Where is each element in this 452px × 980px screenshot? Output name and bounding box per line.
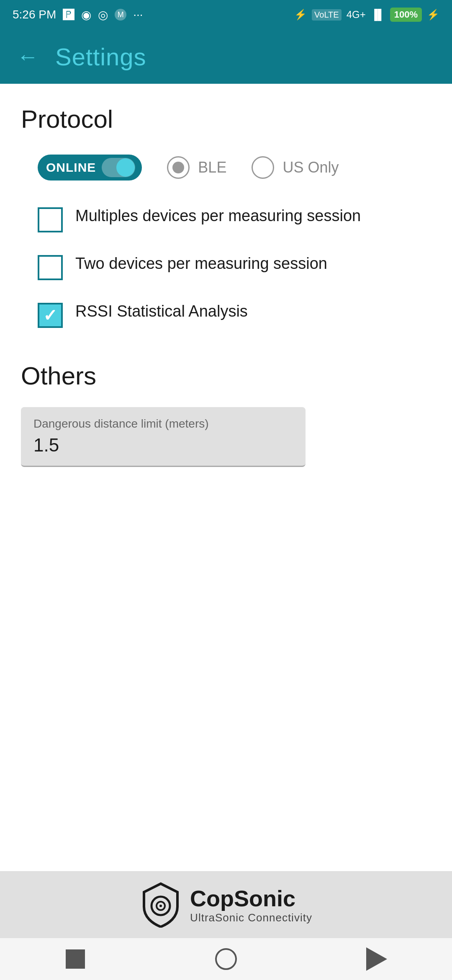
toggle-thumb: [116, 158, 135, 177]
navigation-bar: [0, 938, 452, 980]
bluetooth-icon: ⚡: [294, 9, 307, 21]
square-icon: [66, 949, 85, 969]
footer: CopSonic UltraSonic Connectivity: [0, 871, 452, 938]
rssi-checkmark: ✓: [43, 306, 57, 325]
protocol-options-row: ONLINE BLE US Only: [21, 155, 431, 181]
two-devices-checkbox[interactable]: [38, 255, 63, 280]
svg-point-2: [159, 905, 162, 907]
content-area: Protocol ONLINE BLE US Only: [0, 84, 452, 467]
shield-status-icon: ◎: [98, 8, 108, 22]
nav-back-button[interactable]: [364, 946, 389, 972]
signal-icon: 4G+: [347, 9, 366, 21]
ble-radio-option[interactable]: BLE: [167, 156, 226, 179]
distance-input-container[interactable]: Dangerous distance limit (meters) 1.5: [21, 407, 306, 467]
brand-subtitle: UltraSonic Connectivity: [190, 911, 312, 924]
multiple-devices-checkbox[interactable]: [38, 207, 63, 232]
online-toggle[interactable]: ONLINE: [38, 155, 142, 181]
status-bar: 5:26 PM 🅿 ◉ ◎ M ··· ⚡ VoLTE 4G+ ▐▌ 100% …: [0, 0, 452, 29]
signal-bars: ▐▌: [371, 9, 385, 21]
rssi-checkbox[interactable]: ✓: [38, 303, 63, 328]
status-time: 5:26 PM: [13, 8, 56, 21]
rssi-label: RSSI Statistical Analysis: [75, 301, 248, 322]
page-title: Settings: [55, 43, 146, 71]
brand-name: CopSonic: [190, 885, 312, 911]
more-icon: ···: [133, 8, 143, 21]
toggle-track: [102, 158, 135, 177]
distance-field-label: Dangerous distance limit (meters): [33, 417, 293, 431]
xiaomi-icon: M: [115, 9, 126, 21]
ble-radio-outer: [167, 156, 190, 179]
ble-radio-inner: [172, 162, 184, 173]
us-only-radio-label: US Only: [282, 159, 339, 176]
us-only-radio-option[interactable]: US Only: [252, 156, 339, 179]
nav-home-button[interactable]: [213, 946, 239, 972]
protocol-section: Protocol ONLINE BLE US Only: [21, 105, 431, 328]
us-only-radio-outer: [252, 156, 274, 179]
toolbar: ← Settings: [0, 29, 452, 84]
nav-square-button[interactable]: [63, 946, 88, 972]
battery-indicator: 100%: [390, 8, 422, 22]
two-devices-label: Two devices per measuring session: [75, 253, 327, 274]
volte-icon: VoLTE: [312, 9, 342, 21]
back-button[interactable]: ←: [17, 44, 39, 69]
logo-text: CopSonic UltraSonic Connectivity: [190, 885, 312, 924]
rssi-checkbox-row[interactable]: ✓ RSSI Statistical Analysis: [38, 301, 431, 328]
checkbox-section: Multiples devices per measuring session …: [21, 206, 431, 328]
patreon-icon: 🅿: [63, 8, 74, 22]
back-icon: [366, 947, 387, 971]
protocol-section-title: Protocol: [21, 105, 431, 134]
chrome-icon: ◉: [81, 8, 91, 22]
two-devices-checkbox-row[interactable]: Two devices per measuring session: [38, 253, 431, 280]
others-section-title: Others: [21, 361, 431, 390]
home-icon: [215, 948, 237, 970]
others-section: Others Dangerous distance limit (meters)…: [21, 361, 431, 467]
online-toggle-label: ONLINE: [46, 160, 96, 175]
distance-field-value: 1.5: [33, 435, 293, 456]
multiple-devices-checkbox-row[interactable]: Multiples devices per measuring session: [38, 206, 431, 232]
footer-logo: CopSonic UltraSonic Connectivity: [140, 882, 312, 928]
ble-radio-label: BLE: [198, 159, 226, 176]
multiple-devices-label: Multiples devices per measuring session: [75, 206, 361, 226]
charging-icon: ⚡: [427, 9, 439, 21]
copsonic-shield-icon: [140, 882, 182, 928]
